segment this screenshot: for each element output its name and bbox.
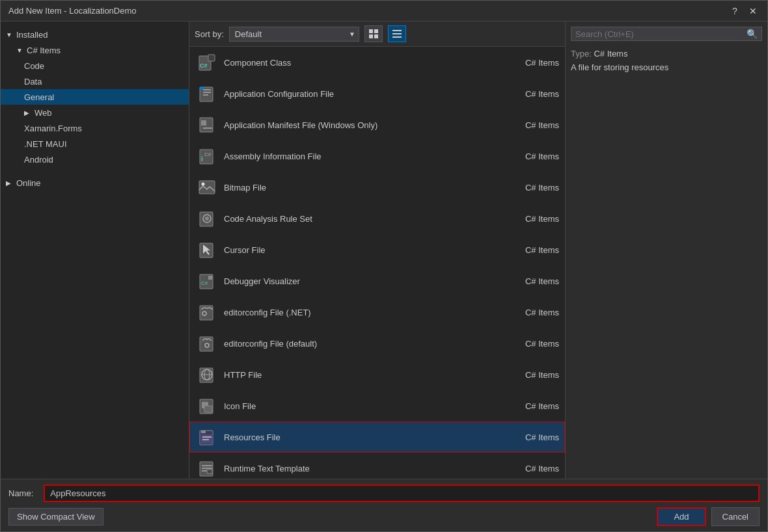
sidebar-item-code[interactable]: Code [1,58,189,73]
item-icon [195,82,219,105]
list-item[interactable]: Application Configuration File C# Items [189,78,565,109]
item-icon: C# [195,51,219,74]
sidebar-item-data[interactable]: Data [1,73,189,89]
item-name: Bitmap File [224,183,507,193]
svg-rect-37 [202,439,209,440]
sidebar-item-maui[interactable]: .NET MAUI [1,136,189,152]
svg-point-21 [205,217,209,220]
item-name: Assembly Information File [224,152,507,161]
item-category: C# Items [507,339,559,349]
svg-rect-4 [392,30,402,31]
list-item[interactable]: editorconfig File (default) C# Items [189,328,565,359]
item-name: Application Manifest File (Windows Only) [224,120,507,130]
svg-point-18 [202,183,205,186]
item-category: C# Items [507,89,559,99]
item-name: Component Class [224,58,507,68]
sort-label: Sort by: [195,29,224,39]
installed-toggle: ▼ [6,31,14,38]
svg-rect-1 [374,29,378,33]
sidebar-item-online[interactable]: ▶ Online [1,175,189,191]
item-category: C# Items [507,120,559,130]
item-name: Runtime Text Template [224,464,507,473]
sidebar-item-xamarin[interactable]: Xamarin.Forms [1,120,189,136]
list-item[interactable]: C# Component Class C# Items [189,47,565,78]
svg-rect-38 [200,462,213,476]
close-button[interactable]: ✕ [747,5,760,18]
sidebar-item-installed[interactable]: ▼ Installed [1,27,189,42]
list-item[interactable]: Bitmap File C# Items [189,172,565,203]
item-name: Code Analysis Rule Set [224,214,507,224]
item-icon [195,425,219,449]
item-category: C# Items [507,370,559,380]
item-name: Resources File [224,432,507,442]
grid-view-button[interactable] [364,25,383,42]
item-category: C# Items [507,308,559,317]
svg-text:C#: C# [201,280,208,286]
item-name: Cursor File [224,245,507,255]
svg-rect-6 [392,36,402,38]
csharp-toggle: ▼ [16,47,24,54]
sidebar: ▼ Installed ▼ C# Items Code Data General… [1,21,189,479]
web-toggle: ▶ [24,109,32,116]
item-icon [195,300,219,324]
toolbar: Sort by: Default Name Type ▼ [189,21,565,47]
sidebar-item-general[interactable]: General [1,89,189,105]
list-view-button[interactable] [388,25,406,42]
info-description: A file for storing resources [571,62,762,72]
add-button[interactable]: Add [657,507,706,526]
list-item[interactable]: HTTP File C# Items [189,359,565,390]
code-label: Code [24,61,44,71]
list-item[interactable]: C# Debugger Visualizer C# Items [189,265,565,297]
item-icon [195,457,219,479]
item-category: C# Items [507,58,559,68]
item-icon [195,176,219,199]
help-button[interactable]: ? [728,5,741,18]
search-input[interactable] [575,29,747,39]
android-label: Android [24,155,53,165]
cancel-button[interactable]: Cancel [711,507,760,526]
list-item[interactable]: Runtime Text Template C# Items [189,453,565,479]
list-item[interactable]: Icon File C# Items [189,390,565,421]
online-toggle: ▶ [6,180,14,187]
list-item[interactable]: Code Analysis Rule Set C# Items [189,203,565,234]
svg-rect-13 [201,120,206,126]
title-bar-controls: ? ✕ [728,5,760,18]
show-compact-button[interactable]: Show Compact View [8,508,103,525]
svg-text:C#: C# [204,152,212,157]
main-content: ▼ Installed ▼ C# Items Code Data General… [1,21,767,479]
svg-rect-5 [392,33,402,34]
item-name: editorconfig File (.NET) [224,308,507,317]
item-icon [195,363,219,386]
dialog: Add New Item - LocalizationDemo ? ✕ ▼ In… [0,0,768,532]
web-label: Web [34,108,52,118]
general-label: General [24,92,54,102]
svg-rect-9 [208,55,215,61]
name-label: Name: [8,488,33,498]
sidebar-item-csharp[interactable]: ▼ C# Items [1,42,189,58]
svg-rect-0 [369,29,373,33]
installed-label: Installed [16,30,48,40]
item-name: Debugger Visualizer [224,276,507,286]
sidebar-item-web[interactable]: ▶ Web [1,105,189,120]
item-category: C# Items [507,245,559,255]
list-item[interactable]: i C# Assembly Information File C# Items [189,140,565,172]
list-item[interactable]: editorconfig File (.NET) C# Items [189,297,565,328]
list-item[interactable]: Application Manifest File (Windows Only)… [189,109,565,140]
list-item[interactable]: Cursor File C# Items [189,234,565,265]
search-icon: 🔍 [747,29,758,39]
item-category: C# Items [507,214,559,224]
item-icon [195,113,219,137]
item-name: editorconfig File (default) [224,339,507,349]
item-category: C# Items [507,276,559,286]
data-label: Data [24,77,42,86]
info-type: Type: C# Items [571,49,762,59]
sort-select[interactable]: Default Name Type [229,27,359,42]
sort-dropdown-wrapper: Default Name Type ▼ [229,27,359,42]
item-category: C# Items [507,401,559,411]
sidebar-item-android[interactable]: Android [1,152,189,167]
item-category: C# Items [507,464,559,473]
list-item-resources[interactable]: Resources File C# Items [189,421,565,453]
item-icon: C# [195,269,219,293]
name-input[interactable] [44,485,760,502]
item-list[interactable]: C# Component Class C# Items [189,47,565,479]
